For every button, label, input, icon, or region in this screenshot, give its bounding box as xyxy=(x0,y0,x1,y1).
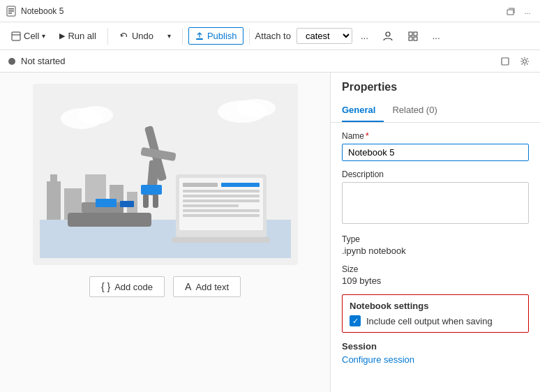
svg-rect-3 xyxy=(8,13,12,14)
svg-rect-20 xyxy=(50,174,57,185)
session-title: Session xyxy=(342,341,529,352)
svg-rect-38 xyxy=(183,209,260,212)
type-value: .ipynb notebook xyxy=(342,246,529,256)
svg-rect-44 xyxy=(143,194,149,208)
svg-rect-28 xyxy=(96,199,117,207)
title-bar: Notebook 5 ... xyxy=(0,0,540,22)
toolbar-grid-icon[interactable] xyxy=(402,28,424,45)
svg-rect-4 xyxy=(12,32,20,40)
undo-split-button[interactable]: ▾ xyxy=(162,29,177,43)
type-field: Type .ipynb notebook xyxy=(342,234,529,256)
status-gear-button[interactable] xyxy=(518,54,532,68)
publish-icon xyxy=(195,31,204,41)
svg-rect-32 xyxy=(183,183,218,187)
svg-rect-40 xyxy=(172,237,270,243)
window-title: Notebook 5 xyxy=(21,6,504,16)
properties-tabs: General Related (0) xyxy=(331,99,540,123)
properties-body: Name* Description Type .ipynb notebook S… xyxy=(331,123,540,392)
add-text-button[interactable]: A Add text xyxy=(173,276,241,297)
svg-rect-36 xyxy=(183,199,260,202)
run-icon: ▶ xyxy=(59,31,65,40)
text-icon: A xyxy=(185,281,191,292)
svg-rect-29 xyxy=(120,201,134,207)
grid-icon xyxy=(407,31,419,42)
separator-3 xyxy=(249,28,250,45)
check-mark: ✓ xyxy=(352,317,359,325)
svg-rect-12 xyxy=(502,58,509,65)
toolbar-user-icon[interactable] xyxy=(377,28,399,45)
properties-title: Properties xyxy=(331,73,540,93)
add-buttons-group: { } Add code A Add text xyxy=(89,276,241,297)
cell-icon xyxy=(11,31,21,41)
more-options-button[interactable]: ... xyxy=(520,4,534,18)
code-icon: { } xyxy=(101,281,110,292)
attach-select[interactable]: catest xyxy=(297,28,352,44)
svg-rect-10 xyxy=(409,37,412,40)
separator-2 xyxy=(182,28,183,45)
session-section: Session Configure session xyxy=(342,341,529,365)
separator-1 xyxy=(107,28,108,45)
name-required: * xyxy=(366,131,369,141)
checkbox-row: ✓ Include cell output when saving xyxy=(350,315,521,326)
svg-rect-39 xyxy=(183,214,260,217)
status-square-button[interactable] xyxy=(498,54,512,68)
notebook-icon xyxy=(6,6,17,17)
notebook-illustration xyxy=(33,84,298,265)
cell-button[interactable]: Cell ▾ xyxy=(6,28,51,44)
add-code-button[interactable]: { } Add code xyxy=(89,276,165,297)
publish-button[interactable]: Publish xyxy=(188,27,243,45)
svg-rect-33 xyxy=(221,183,260,187)
svg-rect-26 xyxy=(68,213,151,227)
svg-point-13 xyxy=(523,59,527,63)
status-dot xyxy=(8,58,15,65)
svg-rect-37 xyxy=(183,204,239,207)
notebook-settings-title: Notebook settings xyxy=(350,301,521,311)
svg-point-7 xyxy=(386,32,390,36)
description-input[interactable] xyxy=(342,182,529,224)
svg-point-18 xyxy=(237,99,276,117)
svg-rect-6 xyxy=(196,38,203,40)
include-output-checkbox[interactable]: ✓ xyxy=(350,315,361,326)
restore-button[interactable] xyxy=(504,4,518,18)
notebook-settings-section: Notebook settings ✓ Include cell output … xyxy=(342,294,529,333)
name-input[interactable] xyxy=(342,144,529,161)
run-all-button[interactable]: ▶ Run all xyxy=(54,28,101,44)
illustration-svg xyxy=(40,91,291,258)
description-label: Description xyxy=(342,169,529,179)
toolbar: Cell ▾ ▶ Run all Undo ▾ Publish Attach t… xyxy=(0,22,540,50)
size-label: Size xyxy=(342,264,529,274)
svg-rect-1 xyxy=(8,8,14,10)
user-icon xyxy=(382,31,393,42)
svg-rect-46 xyxy=(141,185,162,195)
toolbar-more-1[interactable]: ... xyxy=(355,28,374,44)
undo-icon xyxy=(119,31,129,41)
type-label: Type xyxy=(342,234,529,244)
name-label: Name* xyxy=(342,131,529,141)
undo-button[interactable]: Undo xyxy=(114,28,159,44)
status-text: Not started xyxy=(21,56,493,66)
cell-chevron-icon: ▾ xyxy=(42,32,45,40)
svg-rect-34 xyxy=(183,190,260,193)
status-bar: Not started xyxy=(0,50,540,73)
chevron-down-icon: ▾ xyxy=(167,32,171,40)
tab-general[interactable]: General xyxy=(342,99,384,122)
size-field: Size 109 bytes xyxy=(342,264,529,286)
tab-related[interactable]: Related (0) xyxy=(392,99,445,122)
svg-rect-11 xyxy=(414,37,417,40)
configure-session-link[interactable]: Configure session xyxy=(342,354,529,365)
include-output-label: Include cell output when saving xyxy=(366,316,493,326)
name-field: Name* xyxy=(342,131,529,161)
size-value: 109 bytes xyxy=(342,276,529,286)
svg-rect-8 xyxy=(409,32,412,36)
attach-label: Attach to xyxy=(255,31,291,41)
svg-point-16 xyxy=(78,106,113,124)
right-pane: Properties General Related (0) Name* Des… xyxy=(331,73,540,392)
description-field: Description xyxy=(342,169,529,226)
svg-rect-45 xyxy=(153,194,158,208)
svg-rect-9 xyxy=(414,32,417,36)
left-pane: { } Add code A Add text xyxy=(0,73,331,392)
svg-rect-2 xyxy=(8,10,14,12)
main-layout: { } Add code A Add text Properties Gener… xyxy=(0,73,540,392)
toolbar-more-2[interactable]: ... xyxy=(427,28,446,44)
svg-rect-35 xyxy=(183,195,260,197)
